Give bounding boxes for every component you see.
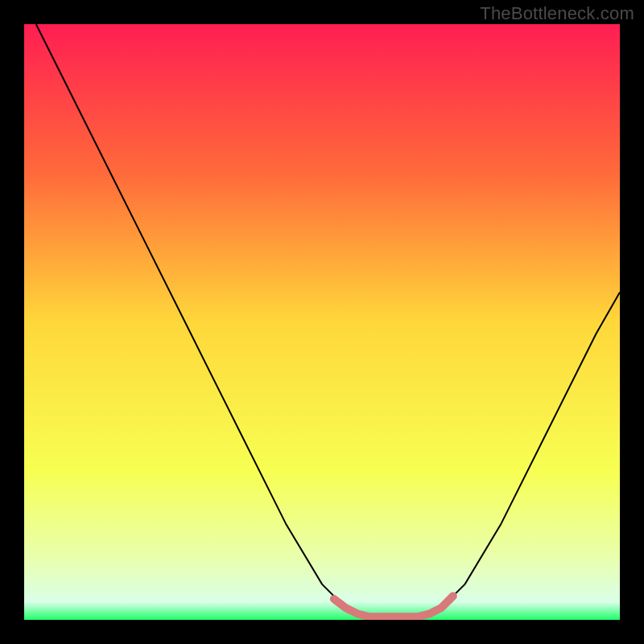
plot-area	[24, 24, 620, 620]
chart-container: TheBottleneck.com	[0, 0, 644, 644]
chart-svg	[24, 24, 620, 620]
gradient-background	[24, 24, 620, 620]
watermark-text: TheBottleneck.com	[480, 3, 634, 24]
